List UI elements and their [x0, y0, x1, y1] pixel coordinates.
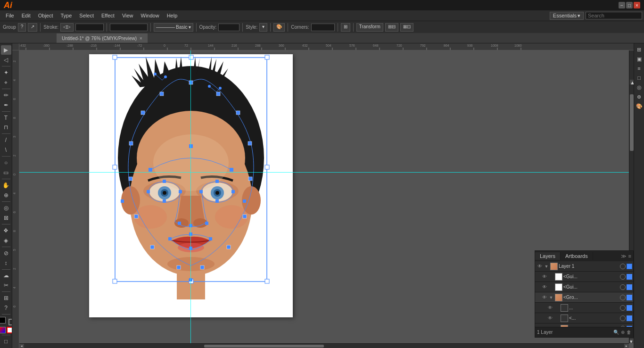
question-btn[interactable]: ?	[18, 23, 26, 32]
layers-search-icon[interactable]: 🔍	[613, 330, 619, 335]
layer-eye-6[interactable]: 👁	[546, 315, 554, 322]
magic-wand-tool[interactable]: ✦	[1, 68, 11, 77]
search-input[interactable]	[586, 12, 642, 19]
scale-tool[interactable]: ⊠	[1, 213, 11, 223]
essentials-dropdown[interactable]: Essentials ▾	[550, 12, 584, 20]
corners-input[interactable]	[311, 24, 335, 31]
layer-row-3[interactable]: 👁 ▷ <Gui...	[535, 282, 633, 292]
symbol-tool[interactable]: ◈	[1, 236, 11, 245]
tab-layers[interactable]: Layers	[535, 252, 561, 260]
color-wheel-btn[interactable]: 🎨	[273, 23, 285, 32]
layer-vis-3[interactable]	[620, 284, 626, 290]
layer-row-6[interactable]: 👁 ▷ <...	[535, 313, 633, 323]
scroll-arrow-right[interactable]: ▸	[624, 344, 629, 348]
pencil-tool[interactable]: ✒	[1, 100, 11, 110]
scroll-arrow-down[interactable]: ▾	[630, 339, 634, 343]
panel-btn-6[interactable]: ⊕	[635, 92, 644, 101]
layer-row-4[interactable]: 👁 ▼ <Gro...	[535, 292, 633, 303]
layers-expand-icon[interactable]: ≫	[621, 253, 627, 259]
pen-tool[interactable]: ✏	[1, 91, 11, 100]
layer-eye-4[interactable]: 👁	[541, 294, 548, 301]
warp-tool[interactable]: ◎	[1, 203, 11, 213]
brush-dropdown[interactable]: ———— Basic ▾	[154, 23, 193, 32]
lasso-tool[interactable]: ⌖	[1, 78, 11, 87]
menu-help[interactable]: Help	[163, 12, 182, 19]
layer-row-1[interactable]: 👁 ▼ Layer 1	[535, 261, 633, 272]
menu-object[interactable]: Object	[34, 12, 57, 19]
layer-arrow-4[interactable]: ▼	[548, 295, 554, 300]
horizontal-scrollbar[interactable]: ◂ ▸	[19, 343, 629, 348]
layer-arrow-1[interactable]: ▼	[544, 264, 549, 269]
stroke-color-input[interactable]	[75, 24, 104, 31]
scroll-arrow-up[interactable]: ▲	[630, 80, 634, 84]
layer-eye-2[interactable]: 👁	[541, 273, 548, 281]
menu-edit[interactable]: Edit	[18, 12, 34, 19]
panel-btn-2[interactable]: ▣	[635, 55, 644, 63]
layer-vis-5[interactable]	[620, 305, 626, 311]
panel-btn-7[interactable]: 🎨	[635, 102, 644, 110]
layer-eye-5[interactable]: 👁	[546, 304, 554, 312]
panel-btn-1[interactable]: ⊞	[635, 45, 644, 54]
graph-tool[interactable]: ❖	[1, 226, 11, 235]
layers-add-icon[interactable]: ⊕	[621, 330, 625, 335]
opacity-input[interactable]: 100%	[218, 24, 239, 31]
fill-input[interactable]	[110, 24, 148, 31]
menu-type[interactable]: Type	[57, 12, 76, 19]
layer-color-2[interactable]	[627, 274, 632, 280]
arc-tool[interactable]: \	[1, 145, 11, 155]
none-btn[interactable]	[7, 327, 13, 333]
fill-swatch[interactable]	[0, 317, 6, 323]
ellipse-tool[interactable]: ○	[1, 158, 11, 167]
layer-vis-6[interactable]	[620, 315, 626, 321]
stroke-swatch[interactable]	[8, 319, 13, 325]
panel-btn-3[interactable]: ≡	[635, 64, 644, 73]
stroke-weight-btn[interactable]: ◁▷	[60, 23, 74, 32]
pathfinder-btn[interactable]: ⊠⊡	[400, 23, 413, 32]
layer-arrow-5[interactable]: ▷	[554, 305, 560, 311]
rotate-tool[interactable]: ⊕	[1, 191, 11, 200]
layer-vis-2[interactable]	[620, 274, 626, 280]
grid-btn[interactable]: ⊞	[341, 23, 350, 32]
layer-eye-1[interactable]: 👁	[536, 263, 544, 270]
align-btn[interactable]: ⊞⊟	[385, 23, 398, 32]
area-type-tool[interactable]: ⊓	[1, 123, 11, 133]
layer-row-5[interactable]: 👁 ▷ ...	[535, 303, 633, 313]
layer-color-3[interactable]	[627, 284, 632, 290]
eyedropper-tool[interactable]: ⊘	[1, 249, 11, 258]
close-button[interactable]: ×	[634, 2, 640, 8]
slice-tool[interactable]: ✂	[1, 281, 11, 290]
mesh-tool[interactable]: ☁	[1, 271, 11, 280]
layer-arrow-2[interactable]: ▷	[548, 274, 554, 280]
minimize-button[interactable]: −	[619, 2, 625, 8]
tab-artboards[interactable]: Artboards	[561, 252, 593, 260]
layer-color-1[interactable]	[627, 264, 632, 269]
layer-arrow-6[interactable]: ▷	[554, 315, 560, 321]
panel-btn-5[interactable]: ◎	[635, 83, 644, 91]
menu-window[interactable]: Window	[137, 12, 163, 19]
scroll-thumb-vertical[interactable]	[630, 94, 634, 151]
layer-color-6[interactable]	[627, 315, 632, 321]
transform-btn[interactable]: Transform	[356, 23, 383, 32]
blend-tool[interactable]: ↕	[1, 258, 11, 268]
panel-btn-4[interactable]: □	[635, 74, 644, 82]
isolate-btn[interactable]: ↗	[28, 23, 37, 32]
selection-tool[interactable]: ▶	[1, 45, 11, 55]
layer-color-5[interactable]	[627, 305, 632, 311]
layer-color-4[interactable]	[627, 295, 632, 300]
layers-menu-icon[interactable]: ≡	[628, 253, 631, 259]
paintbrush-tool[interactable]: ✋	[1, 181, 11, 190]
layer-vis-1[interactable]	[620, 264, 626, 269]
tab-close-button[interactable]: ×	[140, 36, 142, 41]
rect-tool[interactable]: ▭	[1, 168, 11, 177]
menu-effect[interactable]: Effect	[98, 12, 118, 19]
menu-select[interactable]: Select	[75, 12, 98, 19]
style-btn[interactable]: ▾	[259, 23, 267, 32]
layer-row-2[interactable]: 👁 ▷ <Gui...	[535, 272, 633, 282]
line-tool[interactable]: /	[1, 135, 11, 145]
document-tab[interactable]: Untitled-1* @ 76% (CMYK/Preview) ×	[57, 33, 148, 43]
menu-view[interactable]: View	[118, 12, 137, 19]
layer-arrow-3[interactable]: ▷	[548, 284, 554, 290]
direct-selection-tool[interactable]: ◁	[1, 55, 11, 65]
layer-eye-3[interactable]: 👁	[541, 283, 548, 291]
hand-tool[interactable]: ⊞	[1, 293, 11, 303]
